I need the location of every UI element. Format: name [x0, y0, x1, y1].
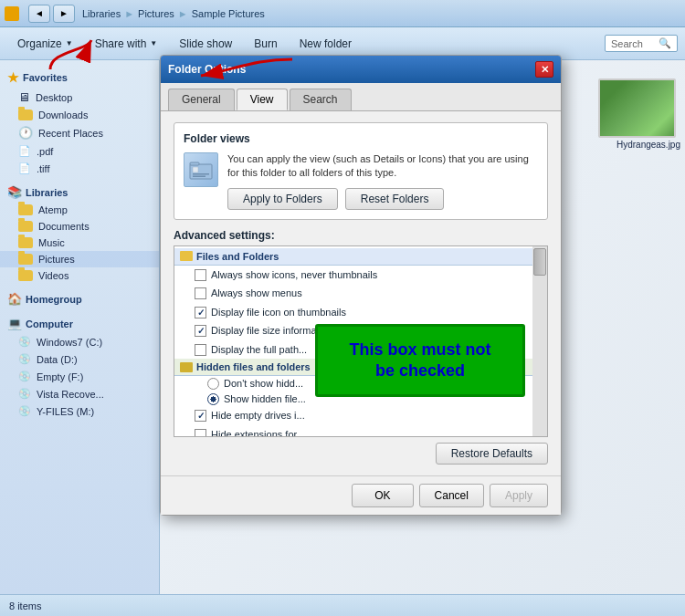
svg-rect-4: [193, 176, 206, 178]
folder-views-description: You can apply the view (such as Details …: [227, 152, 538, 181]
folder-views-icon: [184, 152, 218, 187]
dont-show-radio[interactable]: [207, 378, 219, 390]
hide-empty-drives-checkbox[interactable]: [195, 410, 206, 422]
dialog-footer: OK Cancel Apply: [161, 475, 561, 515]
favorites-header[interactable]: ★ Favorites: [0, 68, 159, 88]
burn-button[interactable]: Burn: [244, 33, 287, 55]
libraries-section: 📚 Libraries Atemp Documents Music Pictur…: [0, 183, 159, 284]
pictures-icon: [18, 254, 33, 265]
nav-arrows: ◄ ►: [28, 5, 75, 23]
tab-search[interactable]: Search: [290, 89, 352, 110]
scrollbar-thumb[interactable]: [533, 248, 546, 276]
ok-button[interactable]: OK: [352, 484, 413, 507]
dialog-footer-buttons: OK Cancel Apply: [352, 484, 548, 507]
breadcrumb-sample[interactable]: Sample Pictures: [192, 8, 265, 19]
apply-button[interactable]: Apply: [490, 484, 548, 507]
always-show-icons-checkbox[interactable]: [195, 269, 206, 281]
desktop-icon: 🖥: [18, 90, 30, 104]
dialog-tabs: General View Search: [161, 83, 561, 111]
sidebar-item-windows7[interactable]: 💿 Windows7 (C:): [0, 333, 159, 350]
show-hidden-radio[interactable]: [207, 393, 219, 405]
sidebar-item-vista[interactable]: 💿 Vista Recove...: [0, 385, 159, 402]
title-bar-icon: [5, 6, 19, 21]
advanced-settings-label: Advanced settings:: [174, 229, 548, 242]
hide-extensions-checkbox[interactable]: [195, 429, 206, 437]
share-with-button[interactable]: Share with ▼: [85, 33, 168, 55]
group-folder-icon: [180, 251, 193, 261]
breadcrumb-libraries[interactable]: Libraries: [82, 8, 121, 19]
folder-views-buttons: Apply to Folders Reset Folders: [227, 188, 538, 210]
computer-header[interactable]: 💻 Computer: [0, 314, 159, 333]
drive-d-icon: 💿: [18, 353, 31, 365]
sidebar-item-music[interactable]: Music: [0, 235, 159, 251]
folder-views-section: Folder views You can apply the view (suc…: [174, 122, 548, 220]
sidebar-item-yfiles[interactable]: 💿 Y-FILES (M:): [0, 402, 159, 420]
cancel-button[interactable]: Cancel: [419, 484, 484, 507]
svg-rect-1: [190, 162, 199, 165]
scrollbar-track: [532, 246, 547, 436]
slideshow-button[interactable]: Slide show: [169, 33, 242, 55]
sidebar-item-pictures[interactable]: Pictures: [0, 251, 159, 267]
drive-e-icon: 💿: [18, 371, 31, 382]
svg-rect-3: [193, 173, 209, 175]
sidebar-item-documents[interactable]: Documents: [0, 218, 159, 235]
sidebar-item-videos[interactable]: Videos: [0, 267, 159, 284]
status-items-count: 8 items: [9, 600, 41, 611]
organize-arrow-icon: ▼: [66, 39, 73, 47]
atemp-icon: [18, 204, 33, 215]
always-show-menus-item: Always show menus: [174, 284, 547, 303]
dialog-title: Folder Options: [168, 63, 246, 76]
status-bar: 8 items: [0, 594, 685, 616]
downloads-folder-icon: [18, 110, 33, 120]
new-folder-button[interactable]: New folder: [290, 33, 362, 55]
tab-view[interactable]: View: [237, 89, 288, 110]
recent-icon: 🕐: [18, 126, 33, 140]
display-file-size-checkbox[interactable]: [195, 325, 206, 337]
restore-defaults-container: Restore Defaults: [174, 443, 548, 465]
reset-folders-button[interactable]: Reset Folders: [345, 188, 445, 210]
libraries-header[interactable]: 📚 Libraries: [0, 183, 159, 202]
restore-defaults-button[interactable]: Restore Defaults: [436, 443, 548, 465]
organize-button[interactable]: Organize ▼: [7, 33, 83, 55]
display-file-on-thumbnails-item: Display file icon on thumbnails: [174, 303, 547, 322]
sidebar-item-tiff[interactable]: 📄 .tiff: [0, 160, 159, 177]
hide-extensions-item: Hide extensions for...: [174, 425, 547, 437]
homegroup-header[interactable]: 🏠 Homegroup: [0, 289, 159, 308]
forward-button[interactable]: ►: [53, 5, 75, 23]
computer-icon: 💻: [7, 317, 22, 330]
dialog-close-button[interactable]: ✕: [535, 61, 553, 78]
always-show-icons-item: Always show icons, never thumbnails: [174, 266, 547, 285]
videos-icon: [18, 270, 33, 281]
sidebar-item-pdf[interactable]: 📄 .pdf: [0, 142, 159, 160]
homegroup-icon: 🏠: [7, 292, 22, 306]
hydrangeas-thumbnail[interactable]: [598, 78, 676, 138]
sidebar-item-empty[interactable]: 💿 Empty (F:): [0, 368, 159, 385]
breadcrumb: Libraries ► Pictures ► Sample Pictures: [82, 8, 265, 19]
annotation-text: This box must notbe checked: [350, 339, 491, 382]
sidebar-item-downloads[interactable]: Downloads: [0, 107, 159, 123]
display-file-on-thumbnails-checkbox[interactable]: [195, 307, 206, 318]
display-full-path-checkbox[interactable]: [195, 344, 206, 356]
sidebar-item-desktop[interactable]: 🖥 Desktop: [0, 88, 159, 107]
dialog-body: Folder views You can apply the view (suc…: [161, 111, 561, 475]
sidebar-item-data[interactable]: 💿 Data (D:): [0, 350, 159, 368]
documents-icon: [18, 221, 33, 232]
libraries-icon: 📚: [7, 185, 22, 199]
apply-to-folders-button[interactable]: Apply to Folders: [227, 188, 338, 210]
breadcrumb-pictures[interactable]: Pictures: [138, 8, 174, 19]
sidebar-item-recent[interactable]: 🕐 Recent Places: [0, 123, 159, 142]
always-show-menus-checkbox[interactable]: [195, 287, 206, 299]
annotation-box: This box must notbe checked: [315, 324, 525, 397]
favorites-star-icon: ★: [7, 70, 19, 85]
drive-y-icon: 💿: [18, 405, 31, 417]
drive-icon: 💿: [18, 336, 31, 348]
title-bar: ◄ ► Libraries ► Pictures ► Sample Pictur…: [0, 0, 685, 27]
search-box[interactable]: Search 🔍: [605, 35, 678, 52]
back-button[interactable]: ◄: [28, 5, 50, 23]
sidebar-item-atemp[interactable]: Atemp: [0, 202, 159, 218]
hidden-folder-icon: [180, 362, 193, 372]
music-icon: [18, 237, 33, 248]
share-arrow-icon: ▼: [150, 39, 157, 47]
tab-general[interactable]: General: [168, 89, 235, 110]
folder-views-content: You can apply the view (such as Details …: [184, 152, 538, 210]
